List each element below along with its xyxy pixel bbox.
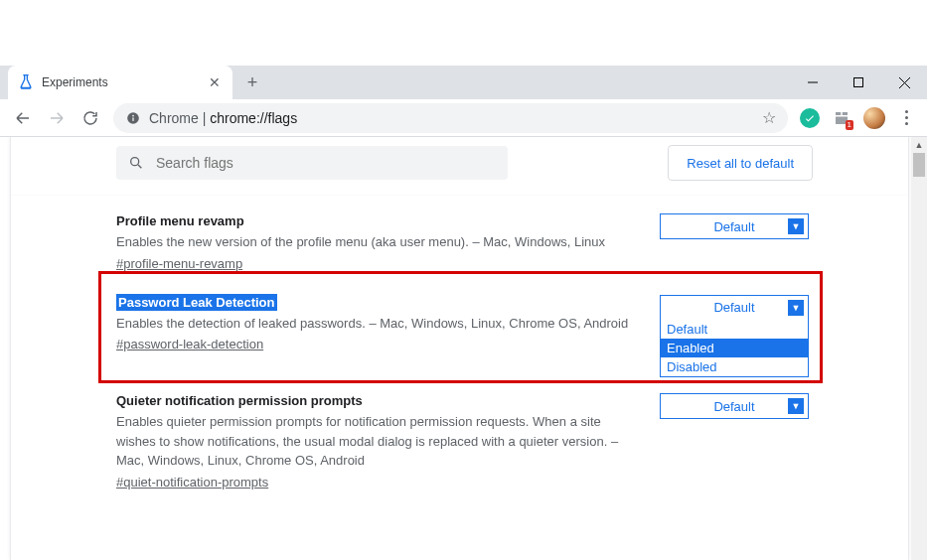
svg-rect-6 [132, 117, 133, 121]
svg-rect-1 [854, 78, 863, 87]
chevron-down-icon: ▼ [788, 218, 804, 234]
flag-quiet-notification-prompts: Quieter notification permission prompts … [11, 363, 908, 501]
close-window-button[interactable] [881, 66, 927, 99]
site-info-icon[interactable] [125, 110, 141, 126]
tab-strip: Experiments ✕ + [0, 66, 927, 99]
omnibox[interactable]: Chrome | chrome://flags ☆ [113, 103, 788, 133]
new-tab-button[interactable]: + [238, 69, 266, 96]
svg-line-8 [138, 165, 141, 168]
flag-option-disabled[interactable]: Disabled [661, 357, 808, 376]
flask-icon [18, 74, 34, 90]
extension-badge: 1 [846, 120, 853, 130]
flag-select[interactable]: Default ▼ [660, 295, 809, 321]
flag-select[interactable]: Default ▼ [660, 393, 809, 419]
flag-option-default[interactable]: Default [661, 320, 808, 339]
back-button[interactable] [6, 101, 40, 135]
flag-anchor-link[interactable]: #quiet-notification-prompts [116, 475, 268, 490]
chevron-down-icon: ▼ [788, 398, 804, 414]
flag-select-value: Default [713, 300, 754, 315]
flag-select-value: Default [713, 399, 754, 414]
omnibox-url: Chrome | chrome://flags [149, 110, 297, 126]
chevron-down-icon: ▼ [788, 300, 804, 316]
chrome-menu-button[interactable] [891, 110, 921, 125]
flag-select[interactable]: Default ▼ [660, 213, 809, 239]
forward-button[interactable] [40, 101, 74, 135]
extension-gray-icon[interactable]: 1 [832, 108, 851, 128]
close-tab-icon[interactable]: ✕ [207, 74, 223, 90]
profile-avatar[interactable] [863, 107, 885, 129]
flag-select-value: Default [713, 219, 754, 234]
flag-title: Quieter notification permission prompts [116, 393, 634, 408]
window-controls [790, 66, 927, 99]
svg-point-7 [131, 158, 139, 166]
toolbar: Chrome | chrome://flags ☆ 1 [0, 99, 927, 137]
flag-anchor-link[interactable]: #profile-menu-revamp [116, 256, 242, 271]
flag-password-leak-detection: Password Leak Detection Enables the dete… [11, 283, 908, 364]
flag-select-dropdown: Default Enabled Disabled [660, 320, 809, 377]
page-viewport: ▲ Reset all to default Profile menu reva… [0, 137, 927, 560]
search-flags-box[interactable] [116, 146, 508, 180]
flag-anchor-link[interactable]: #password-leak-detection [116, 337, 263, 351]
svg-point-5 [132, 114, 134, 116]
flag-list: Profile menu revamp Enables the new vers… [11, 196, 908, 507]
bookmark-star-icon[interactable]: ☆ [762, 108, 776, 127]
maximize-button[interactable] [836, 66, 881, 99]
scroll-up-arrow[interactable]: ▲ [911, 137, 927, 153]
flag-description: Enables the new version of the profile m… [116, 232, 634, 252]
flag-title: Profile menu revamp [116, 213, 634, 228]
tab-experiments[interactable]: Experiments ✕ [8, 66, 232, 99]
flags-topbar: Reset all to default [11, 137, 908, 196]
scrollbar[interactable]: ▲ [911, 137, 927, 560]
flag-title: Password Leak Detection [116, 295, 634, 310]
minimize-button[interactable] [790, 66, 836, 99]
flag-profile-menu-revamp: Profile menu revamp Enables the new vers… [11, 202, 908, 283]
extension-green-icon[interactable] [800, 108, 820, 128]
flag-option-enabled[interactable]: Enabled [661, 339, 808, 357]
flags-page: Reset all to default Profile menu revamp… [10, 137, 909, 560]
search-flags-input[interactable] [154, 154, 496, 172]
reset-all-button[interactable]: Reset all to default [668, 145, 813, 181]
flag-description: Enables quieter permission prompts for n… [116, 412, 634, 471]
browser-window: Experiments ✕ + Chrome | chrome://flags [0, 66, 927, 560]
scroll-thumb[interactable] [913, 153, 925, 177]
reload-button[interactable] [74, 101, 107, 135]
tab-title: Experiments [42, 75, 207, 89]
flag-description: Enables the detection of leaked password… [116, 314, 634, 334]
search-icon [128, 155, 144, 171]
